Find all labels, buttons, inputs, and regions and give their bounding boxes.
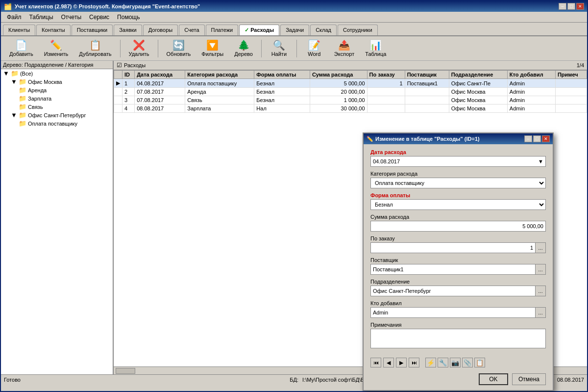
modal-controls: – □ ✕ [524,135,550,142]
notes-input[interactable] [370,329,546,348]
notes-label: Примечания [370,322,546,328]
dept-input[interactable] [370,286,535,296]
date-value: 04.08.2017 [373,158,400,164]
modal-overlay: ✏️ Изменение в таблице "Расходы" (ID=1) … [0,0,588,392]
cancel-button[interactable]: Отмена [512,373,546,385]
added-label: Кто добавил [370,300,546,306]
action-icon-2[interactable]: 🔧 [438,358,448,367]
modal-edit-icon: ✏️ [367,136,373,142]
modal-footer-buttons: OK Отмена [364,370,553,390]
nav-last-btn[interactable]: ⏭ [409,358,419,367]
category-select[interactable]: Оплата поставщику [370,178,546,188]
payment-field-wrapper: Безнал [370,199,546,210]
added-field-wrapper: … [370,307,546,318]
modal-body: Дата расхода 04.08.2017 ▼ Категория расх… [364,144,553,355]
action-icon-5[interactable]: 📋 [474,358,485,367]
payment-select[interactable]: Безнал [370,199,546,210]
modal-close-btn[interactable]: ✕ [542,135,550,142]
date-field[interactable]: 04.08.2017 ▼ [370,156,546,167]
modal-minimize-btn[interactable]: – [524,135,532,142]
supplier-label: Поставщик [370,257,546,263]
action-icon-4[interactable]: 📎 [462,358,473,367]
amount-label: Сумма расхода [370,214,546,220]
dept-field-wrapper: … [370,286,546,296]
payment-label: Форма оплаты [370,192,546,198]
dept-browse-btn[interactable]: … [535,286,546,296]
nav-first-btn[interactable]: ⏮ [370,358,381,367]
modal-dialog: ✏️ Изменение в таблице "Расходы" (ID=1) … [363,132,554,391]
nav-next-btn[interactable]: ▶ [396,358,407,367]
category-field-wrapper: Оплата поставщику [370,178,546,188]
order-browse-btn[interactable]: … [535,242,546,253]
order-label: По заказу [370,235,546,241]
date-dropdown-icon[interactable]: ▼ [538,158,543,164]
action-icon-1[interactable]: ⚡ [425,358,436,367]
modal-nav-bar: ⏮ ◀ ▶ ⏭ ⚡ 🔧 📷 📎 📋 [364,355,553,370]
supplier-browse-btn[interactable]: … [535,264,546,275]
action-icons: ⚡ 🔧 📷 📎 📋 [425,358,485,367]
ok-button[interactable]: OK [479,373,508,385]
action-icon-3[interactable]: 📷 [450,358,461,367]
modal-title-bar: ✏️ Изменение в таблице "Расходы" (ID=1) … [364,133,553,144]
added-input[interactable] [370,307,535,318]
supplier-field-wrapper: … [370,264,546,275]
added-browse-btn[interactable]: … [535,307,546,318]
supplier-input[interactable] [370,264,535,275]
order-input[interactable] [370,242,535,253]
nav-prev-btn[interactable]: ◀ [383,358,394,367]
modal-title: Изменение в таблице "Расходы" (ID=1) [375,136,480,142]
modal-maximize-btn[interactable]: □ [533,135,541,142]
dept-label: Подразделение [370,279,546,285]
date-label: Дата расхода [370,149,546,155]
order-field-wrapper: … [370,242,546,253]
category-label: Категория расхода [370,171,546,177]
amount-input[interactable] [370,221,546,232]
app-window: 🗂️ Учет клиентов (2.987) © Prostoysoft. … [0,0,588,392]
